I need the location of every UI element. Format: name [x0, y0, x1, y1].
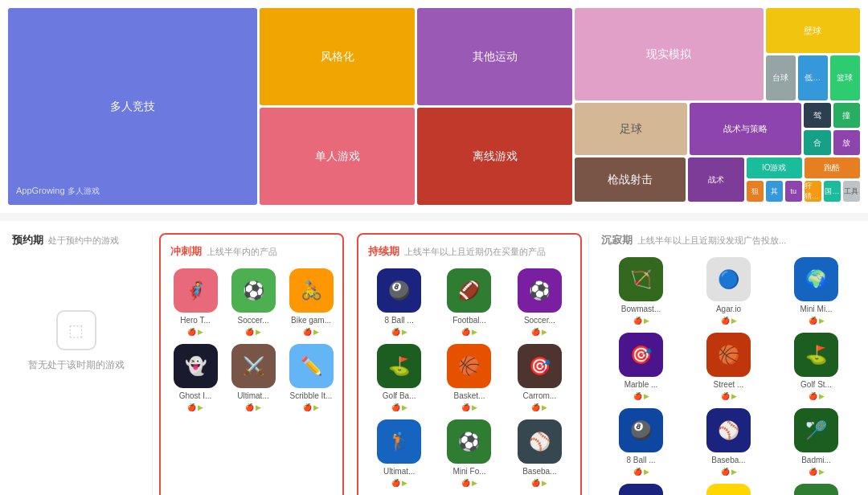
game-platforms: 🍎▶ [721, 317, 737, 325]
game-icon: 🚴 [289, 268, 334, 313]
treemap-cell-run2[interactable]: 放 [833, 130, 860, 155]
continue-tag: 持续期 [368, 244, 399, 259]
apple-icon: 🍎 [633, 317, 642, 325]
list-item[interactable]: 🎯Marble ...🍎▶ [601, 333, 681, 400]
treemap-cell-parkour[interactable]: 跑酷 [805, 158, 860, 178]
continue-header: 持续期 上线半年以上且近期仍在买量的产品 [368, 244, 571, 259]
game-platforms: 🍎▶ [187, 403, 203, 411]
game-icon: ⛳ [377, 344, 421, 388]
apple-icon: 🍎 [721, 468, 730, 476]
apple-icon: 🍎 [461, 328, 470, 336]
apple-icon: 🍎 [809, 392, 817, 400]
list-item[interactable]: ⚽Footbal...🍎▶ [776, 484, 856, 495]
game-icon: 🎯 [619, 333, 663, 377]
treemap-cell-style[interactable]: 风格化 [260, 8, 415, 105]
treemap-cell-ban[interactable]: 狙 [747, 181, 764, 202]
list-item[interactable]: 🛹Flip Rid...🍎▶ [689, 484, 768, 495]
game-name: Ghost I... [170, 391, 220, 400]
list-item[interactable]: 🌍Mini Mi...🍎▶ [776, 257, 856, 325]
game-name: Basket... [444, 391, 494, 400]
android-icon: ▶ [644, 392, 649, 400]
treemap-cell-pingpong[interactable]: 台球 [766, 55, 796, 100]
treemap-cell-battle[interactable]: 战术 [688, 158, 743, 202]
apple-icon: 🍎 [391, 328, 400, 336]
list-item[interactable]: ⚽Soccer...🍎▶ [509, 268, 571, 336]
list-item[interactable]: ⛳Golf Ba...🍎▶ [368, 344, 430, 411]
list-item[interactable]: 🎱8 Ball ...🍎▶ [601, 408, 681, 476]
treemap-cell-other2[interactable]: 其 [766, 181, 783, 202]
treemap-cell-shoot[interactable]: 撞 [833, 103, 860, 128]
treemap-cell-basketball2[interactable]: 篮球 [830, 55, 860, 100]
list-item[interactable]: ⚾Baseba...🍎▶ [689, 408, 768, 476]
game-platforms: 🍎▶ [633, 317, 649, 325]
treemap-cell-tactics[interactable]: 战术与策略 [690, 103, 802, 155]
treemap-cell-offline[interactable]: 离线游戏 [417, 108, 572, 205]
game-icon: 🔵 [706, 257, 751, 301]
treemap-cell-low[interactable]: 低… [798, 55, 828, 100]
treemap-cell-other[interactable]: 其他运动 [417, 8, 572, 105]
game-platforms: 🍎▶ [633, 468, 649, 476]
list-item[interactable]: 🏹Bowmast...🍎▶ [601, 257, 681, 325]
list-item[interactable]: 🏈Touchd...🍎▶ [601, 484, 681, 495]
treemap-cell-solo[interactable]: 单人游戏 [260, 108, 415, 205]
list-item[interactable]: 🏸Badmi...🍎▶ [776, 408, 856, 476]
apple-icon: 🍎 [245, 403, 254, 411]
list-item[interactable]: ✏️Scribble It...🍎▶ [286, 344, 336, 411]
game-icon: ⚽ [794, 484, 838, 495]
treemap-cell-multi[interactable]: AppGrowing 多人游戏 预约期 多人竞技 [8, 8, 257, 205]
list-item[interactable]: 🦸Hero T...🍎▶ [170, 268, 220, 336]
game-icon: 🦸 [174, 268, 218, 313]
treemap-cell-hunt[interactable]: 狩猎… [805, 181, 821, 202]
game-name: Agar.io [704, 305, 754, 313]
list-item[interactable]: 🎯Carrom...🍎▶ [509, 344, 571, 411]
game-name: Soccer... [228, 316, 278, 325]
list-item[interactable]: 🏀Basket...🍎▶ [438, 344, 500, 411]
treemap-cell-combine[interactable]: 合 [804, 130, 830, 155]
game-platforms: 🍎▶ [391, 403, 407, 411]
game-name: Golf Ba... [375, 391, 424, 400]
game-name: Mini Fo... [444, 467, 494, 476]
list-item[interactable]: 👻Ghost I...🍎▶ [170, 344, 220, 411]
list-item[interactable]: ⛳Golf St...🍎▶ [776, 333, 856, 400]
game-name: Bowmast... [616, 305, 666, 313]
rush-desc: 上线半年内的产品 [207, 246, 277, 258]
treemap-cell-real[interactable]: 现实模拟 [575, 8, 764, 100]
game-name: Golf St... [792, 380, 841, 389]
list-item[interactable]: 🔵Agar.io🍎▶ [689, 257, 768, 325]
game-platforms: 🍎▶ [809, 317, 825, 325]
treemap-cell-country[interactable]: 国… [824, 181, 841, 202]
treemap-cell-tu[interactable]: tu [785, 181, 802, 202]
game-icon: 🎯 [518, 344, 562, 388]
list-item[interactable]: ⚽Mini Fo...🍎▶ [438, 419, 500, 487]
preorder-title: 预约期 [12, 233, 43, 248]
game-name: Badmi... [792, 456, 841, 464]
empty-box: ⬚ 暂无处于该时期的游戏 [12, 260, 140, 421]
game-icon: 🌍 [794, 257, 838, 301]
list-item[interactable]: 🎱8 Ball ...🍎▶ [368, 268, 430, 336]
treemap-cell-drive[interactable]: 驾 [804, 103, 830, 128]
game-icon: 🏀 [706, 333, 751, 377]
apple-icon: 🍎 [391, 403, 400, 411]
list-item[interactable]: 🏌️Ultimat...🍎▶ [368, 419, 430, 487]
list-item[interactable]: ⚽Soccer...🍎▶ [228, 268, 278, 336]
treemap-cell-billiards[interactable]: 壁球 [766, 8, 860, 53]
treemap-cell-tools[interactable]: 工具 [843, 181, 860, 202]
apple-icon: 🍎 [633, 468, 642, 476]
game-icon: ⚾ [518, 419, 562, 464]
treemap-cell-soccer2[interactable]: 足球 [575, 103, 687, 155]
treemap-cell-gun[interactable]: 枪战射击 [575, 158, 686, 202]
preorder-desc: 处于预约中的游戏 [48, 235, 119, 247]
apple-icon: 🍎 [303, 403, 312, 411]
list-item[interactable]: 🏀Street ...🍎▶ [689, 333, 768, 400]
game-icon: ⚾ [706, 408, 751, 452]
game-icon: 🏹 [619, 257, 663, 301]
game-platforms: 🍎▶ [187, 328, 203, 336]
list-item[interactable]: 🏈Footbal...🍎▶ [438, 268, 500, 336]
game-icon: 🏀 [447, 344, 491, 388]
list-item[interactable]: ⚔️Ultimat...🍎▶ [228, 344, 278, 411]
list-item[interactable]: ⚾Baseba...🍎▶ [509, 419, 571, 487]
apple-icon: 🍎 [531, 403, 540, 411]
treemap-cell-io[interactable]: IO游戏 [747, 158, 802, 178]
android-icon: ▶ [313, 328, 319, 336]
list-item[interactable]: 🚴Bike gam...🍎▶ [286, 268, 336, 336]
